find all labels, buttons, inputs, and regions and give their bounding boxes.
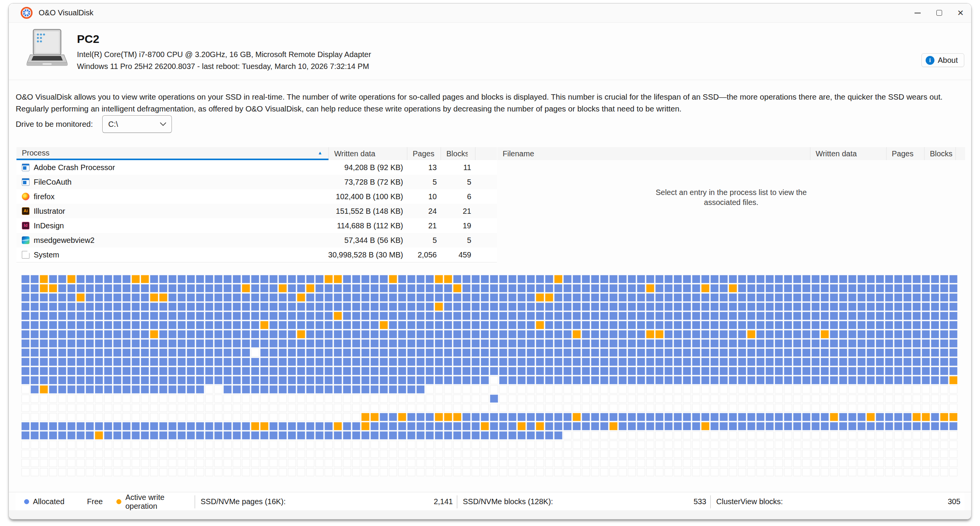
process-row[interactable]: msedgewebview257,344 B (56 KB)55 bbox=[16, 233, 497, 247]
grid-cell bbox=[416, 468, 425, 476]
grid-cell bbox=[196, 413, 204, 421]
grid-cell bbox=[380, 321, 388, 329]
grid-cell bbox=[582, 330, 590, 338]
grid-cell bbox=[665, 441, 673, 449]
grid-cell bbox=[398, 303, 406, 311]
grid-cell bbox=[665, 275, 673, 283]
grid-cell bbox=[159, 431, 167, 439]
grid-cell bbox=[371, 275, 379, 283]
grid-cell bbox=[21, 284, 29, 292]
grid-cell bbox=[389, 321, 397, 329]
grid-cell bbox=[536, 468, 544, 476]
grid-cell bbox=[720, 450, 728, 458]
grid-cell bbox=[270, 413, 278, 421]
grid-cell bbox=[141, 422, 149, 430]
grid-cell bbox=[343, 385, 351, 393]
grid-cell bbox=[251, 330, 259, 338]
grid-cell bbox=[49, 431, 57, 439]
process-column-header[interactable]: Process ▲ bbox=[16, 147, 328, 160]
grid-cell bbox=[214, 303, 222, 311]
grid-cell bbox=[113, 468, 121, 476]
filename-column-header[interactable]: Filename bbox=[497, 147, 810, 160]
grid-cell bbox=[361, 441, 369, 449]
grid-cell bbox=[398, 376, 406, 384]
pages-column-header[interactable]: Pages bbox=[407, 147, 441, 160]
grid-cell bbox=[472, 450, 480, 458]
grid-cell bbox=[361, 339, 369, 347]
process-row[interactable]: firefox102,400 B (100 KB)106 bbox=[16, 189, 497, 204]
grid-cell bbox=[499, 385, 507, 393]
grid-cell bbox=[573, 413, 581, 421]
grid-cell bbox=[49, 376, 57, 384]
grid-cell bbox=[858, 376, 866, 384]
maximize-button[interactable] bbox=[928, 3, 950, 22]
process-row[interactable]: Illustrator151,552 B (148 KB)2421 bbox=[16, 204, 497, 218]
grid-cell bbox=[931, 367, 939, 375]
grid-cell bbox=[747, 459, 755, 467]
grid-cell bbox=[784, 284, 792, 292]
grid-cell bbox=[885, 321, 893, 329]
grid-cell bbox=[554, 358, 562, 366]
grid-cell bbox=[380, 459, 388, 467]
grid-cell bbox=[499, 422, 507, 430]
grid-cell bbox=[40, 330, 48, 338]
process-row[interactable]: FileCoAuth73,728 B (72 KB)55 bbox=[16, 175, 497, 189]
app-window: O&O VisualDisk ✕ PC bbox=[8, 3, 972, 519]
grid-cell bbox=[536, 284, 544, 292]
grid-cell bbox=[637, 450, 645, 458]
minimize-button[interactable] bbox=[907, 3, 928, 22]
grid-cell bbox=[389, 395, 397, 403]
cluster-view-grid[interactable] bbox=[21, 275, 957, 476]
grid-cell bbox=[646, 422, 654, 430]
written-data-column-header[interactable]: Written data bbox=[328, 147, 407, 160]
grid-cell bbox=[637, 339, 645, 347]
blocks-column-header[interactable]: Blocks bbox=[924, 147, 956, 160]
grid-cell bbox=[940, 459, 948, 467]
grid-cell bbox=[49, 413, 57, 421]
grid-cell bbox=[949, 385, 957, 393]
grid-cell bbox=[325, 358, 333, 366]
grid-cell bbox=[903, 275, 911, 283]
grid-cell bbox=[885, 293, 893, 302]
grid-cell bbox=[279, 293, 287, 302]
grid-cell bbox=[655, 275, 663, 283]
grid-cell bbox=[113, 385, 121, 393]
written-data-column-header[interactable]: Written data bbox=[810, 147, 886, 160]
grid-cell bbox=[710, 358, 719, 366]
blocks-column-header[interactable]: Blocks bbox=[441, 147, 475, 160]
grid-cell bbox=[416, 404, 425, 412]
app-description: O&O VisualDisk allows you to view write … bbox=[16, 91, 965, 115]
grid-cell bbox=[858, 349, 866, 357]
grid-cell bbox=[738, 275, 746, 283]
grid-cell bbox=[554, 275, 562, 283]
grid-cell bbox=[839, 395, 847, 403]
grid-cell bbox=[665, 330, 673, 338]
grid-cell bbox=[766, 330, 774, 338]
pages-column-header[interactable]: Pages bbox=[886, 147, 924, 160]
grid-cell bbox=[812, 275, 820, 283]
grid-cell bbox=[885, 404, 893, 412]
grid-cell bbox=[435, 358, 443, 366]
grid-cell bbox=[132, 284, 140, 292]
process-row[interactable]: Adobe Crash Processor94,208 B (92 KB)131… bbox=[16, 160, 497, 175]
grid-cell bbox=[793, 413, 801, 421]
grid-cell bbox=[720, 284, 728, 292]
grid-cell bbox=[49, 312, 57, 320]
process-row[interactable]: System30,998,528 B (30 MB)2,056459 bbox=[16, 247, 497, 262]
grid-cell bbox=[288, 293, 296, 302]
grid-cell bbox=[665, 385, 673, 393]
grid-cell bbox=[554, 284, 562, 292]
process-row[interactable]: InDesign114,688 B (112 KB)2119 bbox=[16, 218, 497, 233]
about-button[interactable]: i About bbox=[921, 53, 964, 67]
grid-cell bbox=[86, 431, 94, 439]
grid-cell bbox=[885, 413, 893, 421]
drive-select-dropdown[interactable]: C:\ bbox=[102, 115, 172, 133]
grid-cell bbox=[876, 404, 884, 412]
grid-cell bbox=[747, 468, 755, 476]
grid-cell bbox=[949, 303, 957, 311]
grid-cell bbox=[224, 303, 232, 311]
grid-cell bbox=[132, 376, 140, 384]
grid-cell bbox=[619, 395, 627, 403]
grid-cell bbox=[141, 376, 149, 384]
close-button[interactable]: ✕ bbox=[950, 3, 971, 22]
